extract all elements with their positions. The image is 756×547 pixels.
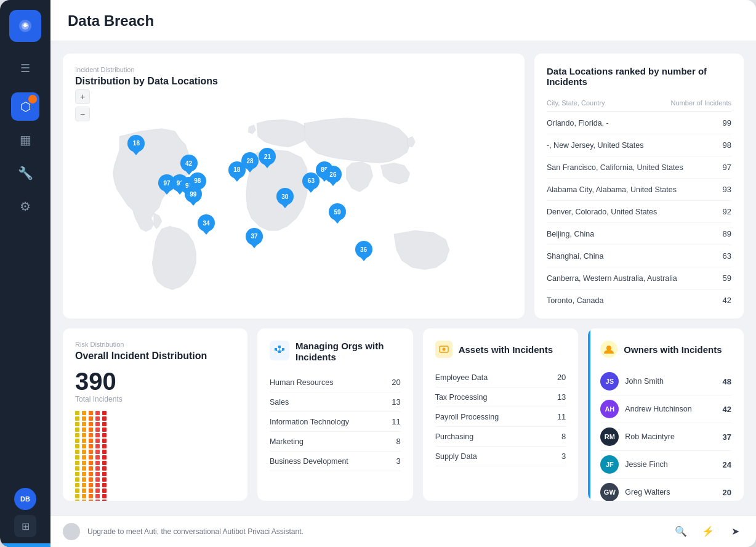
location-row: Denver, Colorado, United States92 [547,201,731,223]
map-pin[interactable]: 30 [276,188,294,205]
orgs-row: Marketing8 [270,432,401,452]
bottom-row: Risk Distribution Overall Incident Distr… [63,328,744,501]
waffle-dot [95,461,100,465]
waffle-dot [95,477,100,482]
owner-row: AH Andrew Hutchinson 42 [600,395,731,423]
grid-icon-button[interactable]: ⊞ [14,515,36,537]
waffle-dot [95,416,100,421]
waffle-dot [82,411,86,415]
risk-subtitle: Risk Distribution [75,341,235,348]
owners-card-accent [588,328,590,501]
waffle-dot [102,433,107,437]
waffle-dot [75,472,79,476]
waffle-dot [75,444,79,448]
location-city: Orlando, Florida, - [547,119,609,128]
waffle-dot [75,450,79,454]
waffle-col-1 [82,411,86,501]
waffle-dot [89,472,93,476]
map-pin[interactable]: 63 [302,172,320,190]
app-logo[interactable] [9,10,41,42]
map-pin[interactable]: 21 [259,148,276,165]
svg-point-11 [442,348,445,351]
map-pin[interactable]: 34 [198,214,215,232]
waffle-col-2 [89,411,93,501]
location-city: Toronto, Canada [547,296,603,305]
waffle-dot [95,433,100,437]
share-button[interactable]: ➤ [726,523,744,540]
waffle-dot [82,488,86,493]
owner-row: JF Jessie Finch 24 [600,451,731,479]
org-count: 3 [396,456,400,466]
location-row: Alabama City, Alabama, United States93 [547,179,731,201]
waffle-dot [75,461,79,465]
waffle-dot [82,461,86,465]
location-count: 92 [723,207,731,216]
asset-row: Employee Data20 [435,368,566,387]
waffle-col-3 [95,411,100,501]
waffle-dot [82,439,86,443]
asset-count: 8 [561,432,566,441]
risk-total-label: Total Incidents [75,395,235,403]
waffle-dot [82,416,86,421]
map-pin[interactable]: 42 [180,155,198,172]
map-pin[interactable]: 36 [355,241,372,258]
waffle-col-4 [102,411,107,501]
sidebar-item-home[interactable]: ⬡ [11,92,39,121]
map-container: 184297929398991828213034378926635936 [75,94,512,316]
hamburger-button[interactable]: ☰ [15,57,35,80]
map-pin[interactable]: 18 [127,135,145,152]
waffle-dot [75,500,79,501]
owner-avatar: GW [600,483,619,501]
waffle-dot [82,450,86,454]
waffle-dot [82,483,86,487]
asset-count: 20 [557,373,566,382]
toolbar-icons: 🔍 ⚡ ➤ [672,523,744,540]
waffle-dot [82,466,86,471]
sidebar: ☰ ⬡ ▦ 🔧 ⚙ DB ⊞ [0,0,50,547]
map-pin[interactable]: 37 [246,228,263,245]
owner-avatar: AH [600,400,619,418]
location-city: -, New Jersey, United States [547,141,643,150]
waffle-dot [102,477,107,482]
user-avatar[interactable]: DB [14,488,36,510]
waffle-dot [102,427,107,432]
waffle-dot [75,483,79,487]
waffle-dot [82,427,86,432]
waffle-dot [95,472,100,476]
location-city: Alabama City, Alabama, United States [547,185,677,194]
location-city: Shanghai, China [547,252,603,261]
map-card: Incident Distribution Distribution by Da… [63,54,525,318]
asset-row: Payroll Processing11 [435,407,566,427]
waffle-col-0 [75,411,79,501]
waffle-dot [89,488,93,493]
location-row: Orlando, Florida, -99 [547,112,731,134]
waffle-dot [89,494,93,498]
asset-name: Supply Data [435,452,477,461]
filter-button[interactable]: ⚡ [699,523,717,540]
map-pin[interactable]: 99 [185,185,202,203]
waffle-dot [95,439,100,443]
risk-card: Risk Distribution Overall Incident Distr… [63,328,247,501]
page-title: Data Breach [68,12,739,30]
svg-rect-5 [282,348,284,350]
sidebar-item-settings[interactable]: ⚙ [11,192,39,221]
waffle-dot [75,422,79,426]
sidebar-item-tools[interactable]: 🔧 [11,159,39,187]
map-pin[interactable]: 28 [241,152,259,169]
asset-count: 13 [557,392,566,402]
map-pin[interactable]: 59 [329,203,346,221]
waffle-dot [75,439,79,443]
svg-rect-2 [24,23,26,27]
waffle-dot [75,494,79,498]
owner-count: 48 [723,377,731,386]
map-pin[interactable]: 26 [324,166,342,183]
location-row: San Francisco, California, United States… [547,156,731,179]
sidebar-item-dashboard[interactable]: ▦ [11,126,39,154]
org-name: Sales [270,398,289,407]
waffle-dot [95,500,100,501]
waffle-dot [82,455,86,460]
search-button[interactable]: 🔍 [672,523,690,540]
locations-list: Orlando, Florida, -99-, New Jersey, Unit… [547,112,731,306]
waffle-dot [75,433,79,437]
asset-name: Tax Processing [435,393,488,402]
